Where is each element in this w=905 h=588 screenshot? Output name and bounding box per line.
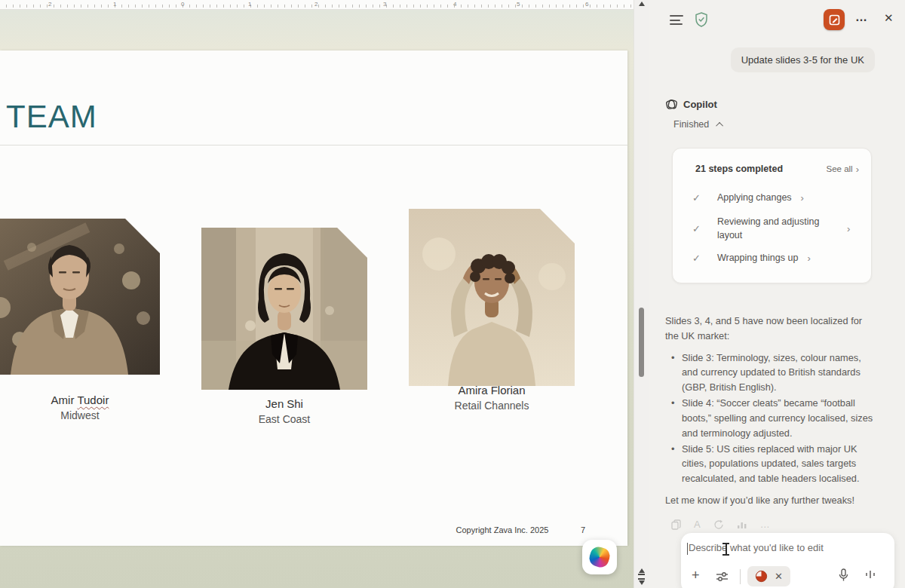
member-name: AmirTudoir: [0, 394, 160, 406]
powerpoint-window: 2 1 0 1 2 3 4 5 6 TEAM: [0, 0, 905, 588]
steps-card: 21 steps completed See all › ✓ Applying …: [672, 148, 872, 283]
see-all-link[interactable]: See all ›: [826, 164, 859, 174]
powerpoint-icon: [755, 570, 768, 583]
ruler-number: 1: [248, 1, 251, 8]
read-aloud-icon[interactable]: A: [694, 519, 701, 530]
portrait-woman-street: [201, 228, 367, 390]
status-text: Finished: [673, 119, 709, 130]
vertical-scrollbar[interactable]: [634, 0, 649, 588]
composer-box[interactable]: + ✕: [681, 533, 894, 588]
more-options-button[interactable]: …: [855, 11, 868, 24]
response-bullet-list: Slide 3: Terminology, sizes, colour name…: [665, 351, 876, 486]
ruler-number: 1: [113, 1, 116, 8]
copyright-text: Copyright Zava Inc. 2025: [422, 525, 582, 534]
step-item[interactable]: ✓ Reviewing and adjusting layout ›: [692, 215, 861, 242]
assistant-response: Slides 3, 4, and 5 have now been localiz…: [665, 314, 876, 508]
editor-region: 2 1 0 1 2 3 4 5 6 TEAM: [0, 0, 634, 588]
voice-mode-button[interactable]: [864, 568, 876, 583]
previous-slide-button[interactable]: [638, 568, 645, 575]
user-prompt-bubble[interactable]: Update slides 3-5 for the UK: [731, 47, 875, 72]
team-photo-jen[interactable]: [201, 228, 367, 390]
member-role: East Coast: [201, 413, 367, 425]
composer-toolbar: + ✕: [681, 566, 894, 588]
ruler-number: 2: [314, 1, 318, 8]
microphone-button[interactable]: [838, 568, 849, 585]
text-caret: [687, 543, 688, 555]
team-caption-amir[interactable]: AmirTudoir Midwest: [0, 394, 160, 421]
scroll-up-arrow-icon[interactable]: [634, 2, 649, 6]
chevron-up-icon: [716, 121, 723, 129]
ruler-number: 6: [585, 1, 588, 8]
history-menu-icon[interactable]: [670, 15, 683, 28]
ruler-number: 5: [517, 1, 520, 8]
portrait-woman-arms-up: [409, 209, 575, 386]
team-caption-jen[interactable]: JenShi East Coast: [201, 397, 367, 425]
ruler-number: 2: [48, 1, 51, 8]
regenerate-icon[interactable]: [713, 519, 724, 530]
new-chat-button[interactable]: [824, 9, 845, 30]
member-name: JenShi: [201, 397, 367, 410]
protected-shield-icon[interactable]: [694, 11, 709, 31]
close-panel-button[interactable]: ✕: [884, 11, 894, 25]
spellcheck-flagged-word: Tudoir: [77, 394, 109, 406]
copilot-color-logo-icon: [587, 545, 612, 570]
chart-icon[interactable]: [737, 520, 747, 529]
remove-context-icon[interactable]: ✕: [775, 571, 783, 582]
toolbar-divider: [740, 569, 741, 584]
mouse-ibeam-cursor: [722, 543, 729, 556]
compose-icon: [829, 14, 840, 26]
horizontal-ruler[interactable]: 2 1 0 1 2 3 4 5 6: [0, 0, 634, 10]
panel-header: … ✕: [649, 11, 905, 33]
response-bullet: Slide 5: US cities replaced with major U…: [671, 442, 876, 486]
copy-icon[interactable]: [671, 519, 681, 530]
next-slide-button[interactable]: [638, 578, 645, 585]
step-item[interactable]: ✓ Applying changes ›: [692, 191, 861, 204]
message-actions-row: A …: [671, 519, 770, 530]
check-icon: ✓: [692, 253, 701, 264]
ruler-number: 3: [383, 1, 386, 8]
team-photo-amir[interactable]: [0, 219, 160, 375]
options-sliders-button[interactable]: [716, 571, 729, 586]
slide-page-number: 7: [581, 525, 585, 534]
chevron-right-icon: ›: [856, 164, 859, 174]
team-photo-amira[interactable]: [409, 209, 575, 386]
steps-summary: 21 steps completed: [695, 164, 783, 174]
slide-canvas[interactable]: TEAM: [0, 10, 634, 588]
response-outro: Let me know if you’d like any further tw…: [665, 493, 876, 508]
member-role: Retail Channels: [409, 400, 575, 412]
copilot-label-row: Copilot: [665, 98, 717, 111]
more-actions-icon[interactable]: …: [760, 519, 770, 530]
copilot-logo-icon: [665, 98, 678, 111]
copilot-panel: … ✕ Update slides 3-5 for the UK Copilot…: [649, 0, 905, 588]
slide[interactable]: TEAM: [0, 51, 627, 546]
chevron-right-icon: ›: [801, 193, 804, 203]
member-name: AmiraFlorian: [409, 384, 575, 397]
presentation-context-chip[interactable]: ✕: [747, 566, 790, 586]
attach-plus-button[interactable]: +: [692, 568, 700, 583]
response-bullet: Slide 4: “Soccer cleats” became “footbal…: [671, 396, 876, 440]
chevron-right-icon: ›: [847, 224, 850, 234]
title-divider: [0, 145, 627, 145]
team-caption-amira[interactable]: AmiraFlorian Retail Channels: [409, 384, 575, 412]
check-icon: ✓: [692, 192, 701, 204]
check-icon: ✓: [692, 223, 701, 234]
ruler-number: 0: [181, 1, 184, 8]
response-bullet: Slide 3: Terminology, sizes, colour name…: [671, 351, 876, 395]
portrait-man-city: [0, 219, 160, 375]
slide-title[interactable]: TEAM: [6, 99, 97, 135]
chevron-right-icon: ›: [807, 253, 810, 263]
member-role: Midwest: [0, 409, 160, 421]
status-toggle[interactable]: Finished: [673, 119, 723, 130]
chat-input[interactable]: [689, 542, 881, 553]
copilot-fab-button[interactable]: [582, 540, 617, 574]
assistant-name: Copilot: [683, 99, 717, 110]
response-intro: Slides 3, 4, and 5 have now been localiz…: [665, 314, 876, 344]
ruler-number: 4: [453, 1, 456, 8]
scrollbar-thumb[interactable]: [639, 308, 644, 377]
step-item[interactable]: ✓ Wrapping things up ›: [692, 251, 861, 265]
